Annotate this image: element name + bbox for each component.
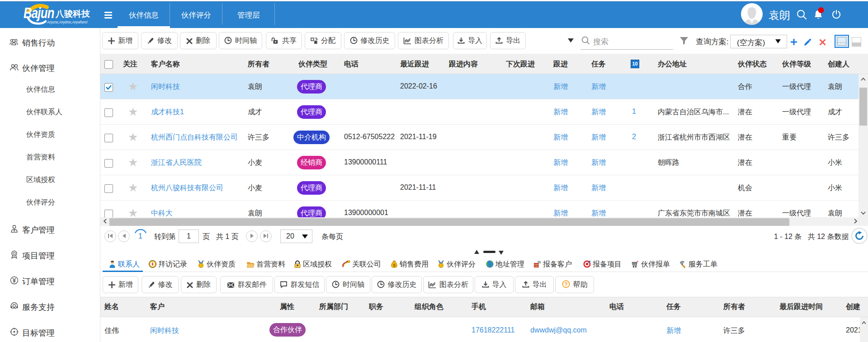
svg-text:?: ? — [564, 281, 567, 288]
svg-text:$: $ — [393, 263, 395, 267]
